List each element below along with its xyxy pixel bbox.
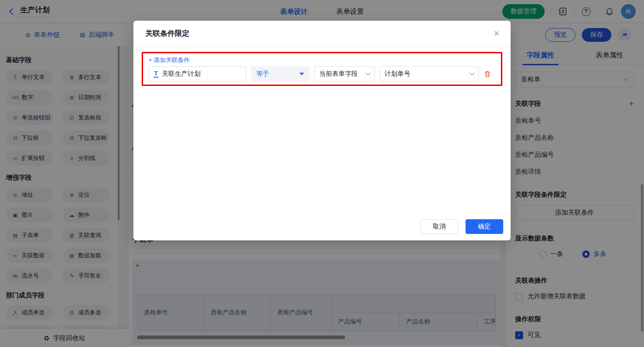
operator-select[interactable]: 等于 <box>251 66 310 82</box>
add-assoc-condition-link[interactable]: + 添加关联条件 <box>149 56 190 64</box>
assoc-condition-modal: 关联条件限定 × + 添加关联条件 T 关联生产计划 等于 当前表单字段 <box>133 21 511 240</box>
condition-field-input[interactable]: T 关联生产计划 <box>149 66 246 82</box>
cancel-button[interactable]: 取消 <box>420 219 458 234</box>
chevron-down-icon <box>365 70 370 75</box>
text-field-icon: T <box>154 70 158 78</box>
confirm-button[interactable]: 确定 <box>466 219 503 234</box>
modal-title: 关联条件限定 <box>145 29 190 39</box>
caret-down-icon <box>299 73 304 75</box>
close-icon[interactable]: × <box>494 28 500 39</box>
chevron-down-icon <box>469 70 474 75</box>
highlight-red-box: + 添加关联条件 T 关联生产计划 等于 当前表单字段 计划单号 <box>142 52 502 86</box>
delete-trash-icon[interactable] <box>483 70 491 78</box>
source-select[interactable]: 当前表单字段 <box>314 66 375 82</box>
value-select[interactable]: 计划单号 <box>380 66 479 82</box>
form-designer-app: 生产计划 表单设计 表单设置 数据管理 ? 检 ⊘ 表单外链 <box>0 0 644 347</box>
